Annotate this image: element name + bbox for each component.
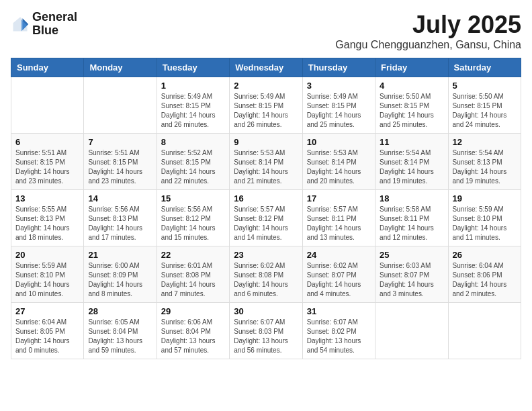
day-info: Sunrise: 5:51 AM Sunset: 8:15 PM Dayligh…: [88, 148, 152, 186]
day-number: 29: [161, 306, 225, 316]
day-info: Sunrise: 6:06 AM Sunset: 8:04 PM Dayligh…: [161, 318, 225, 355]
calendar-cell: 26Sunrise: 6:04 AM Sunset: 8:06 PM Dayli…: [448, 246, 521, 303]
day-info: Sunrise: 5:54 AM Sunset: 8:13 PM Dayligh…: [453, 148, 517, 186]
calendar-week-row: 20Sunrise: 5:59 AM Sunset: 8:10 PM Dayli…: [11, 246, 521, 303]
day-number: 22: [161, 250, 225, 260]
calendar-title: July 2025: [335, 11, 521, 39]
calendar-cell: 31Sunrise: 6:07 AM Sunset: 8:02 PM Dayli…: [302, 303, 375, 359]
day-info: Sunrise: 5:59 AM Sunset: 8:10 PM Dayligh…: [453, 205, 517, 242]
day-info: Sunrise: 6:00 AM Sunset: 8:09 PM Dayligh…: [88, 261, 152, 299]
calendar-cell: 25Sunrise: 6:03 AM Sunset: 8:07 PM Dayli…: [375, 246, 448, 303]
day-number: 14: [88, 193, 152, 203]
calendar-cell: [375, 303, 448, 359]
day-number: 30: [234, 306, 298, 316]
day-info: Sunrise: 6:04 AM Sunset: 8:06 PM Dayligh…: [453, 261, 517, 299]
day-info: Sunrise: 5:49 AM Sunset: 8:15 PM Dayligh…: [234, 92, 298, 130]
calendar-cell: [448, 303, 521, 359]
calendar-cell: [84, 77, 157, 134]
calendar-cell: [11, 77, 84, 134]
day-info: Sunrise: 5:59 AM Sunset: 8:10 PM Dayligh…: [15, 261, 79, 299]
calendar-cell: 16Sunrise: 5:57 AM Sunset: 8:12 PM Dayli…: [230, 190, 302, 246]
logo-icon: [11, 15, 30, 34]
day-number: 4: [380, 81, 443, 91]
day-number: 13: [15, 193, 79, 203]
calendar-week-row: 1Sunrise: 5:49 AM Sunset: 8:15 PM Daylig…: [11, 77, 521, 134]
title-block: July 2025 Gangu Chengguanzhen, Gansu, Ch…: [335, 11, 521, 51]
day-info: Sunrise: 6:07 AM Sunset: 8:03 PM Dayligh…: [234, 318, 298, 355]
calendar-cell: 24Sunrise: 6:02 AM Sunset: 8:07 PM Dayli…: [302, 246, 375, 303]
calendar-cell: 21Sunrise: 6:00 AM Sunset: 8:09 PM Dayli…: [84, 246, 157, 303]
weekday-header: Wednesday: [230, 58, 302, 77]
day-number: 24: [307, 250, 371, 260]
weekday-header: Saturday: [448, 58, 521, 77]
day-number: 16: [234, 193, 298, 203]
day-info: Sunrise: 5:57 AM Sunset: 8:12 PM Dayligh…: [234, 205, 298, 242]
day-info: Sunrise: 6:02 AM Sunset: 8:07 PM Dayligh…: [307, 261, 371, 299]
calendar-subtitle: Gangu Chengguanzhen, Gansu, China: [335, 39, 521, 51]
weekday-header-row: SundayMondayTuesdayWednesdayThursdayFrid…: [11, 58, 521, 77]
day-number: 12: [453, 137, 517, 147]
day-number: 17: [307, 193, 371, 203]
weekday-header: Thursday: [302, 58, 375, 77]
day-info: Sunrise: 5:50 AM Sunset: 8:15 PM Dayligh…: [380, 92, 443, 130]
day-info: Sunrise: 6:04 AM Sunset: 8:05 PM Dayligh…: [15, 318, 79, 355]
day-number: 31: [307, 306, 371, 316]
calendar-cell: 30Sunrise: 6:07 AM Sunset: 8:03 PM Dayli…: [230, 303, 302, 359]
calendar-cell: 13Sunrise: 5:55 AM Sunset: 8:13 PM Dayli…: [11, 190, 84, 246]
day-number: 25: [380, 250, 443, 260]
page-header: General Blue July 2025 Gangu Chengguanzh…: [11, 11, 521, 51]
day-number: 8: [161, 137, 225, 147]
day-info: Sunrise: 6:05 AM Sunset: 8:04 PM Dayligh…: [88, 318, 152, 355]
calendar-cell: 8Sunrise: 5:52 AM Sunset: 8:15 PM Daylig…: [157, 134, 229, 190]
day-info: Sunrise: 5:57 AM Sunset: 8:11 PM Dayligh…: [307, 205, 371, 242]
day-info: Sunrise: 5:53 AM Sunset: 8:14 PM Dayligh…: [307, 148, 371, 186]
day-info: Sunrise: 5:54 AM Sunset: 8:14 PM Dayligh…: [380, 148, 443, 186]
calendar-cell: 4Sunrise: 5:50 AM Sunset: 8:15 PM Daylig…: [375, 77, 448, 134]
weekday-header: Tuesday: [157, 58, 229, 77]
day-info: Sunrise: 5:49 AM Sunset: 8:15 PM Dayligh…: [161, 92, 225, 130]
day-number: 20: [15, 250, 79, 260]
calendar-week-row: 13Sunrise: 5:55 AM Sunset: 8:13 PM Dayli…: [11, 190, 521, 246]
calendar-week-row: 27Sunrise: 6:04 AM Sunset: 8:05 PM Dayli…: [11, 303, 521, 359]
day-number: 10: [307, 137, 371, 147]
day-number: 11: [380, 137, 443, 147]
day-info: Sunrise: 5:56 AM Sunset: 8:13 PM Dayligh…: [88, 205, 152, 242]
day-number: 7: [88, 137, 152, 147]
calendar-cell: 18Sunrise: 5:58 AM Sunset: 8:11 PM Dayli…: [375, 190, 448, 246]
calendar-cell: 5Sunrise: 5:50 AM Sunset: 8:15 PM Daylig…: [448, 77, 521, 134]
logo: General Blue: [11, 11, 77, 38]
day-number: 27: [15, 306, 79, 316]
weekday-header: Friday: [375, 58, 448, 77]
weekday-header: Monday: [84, 58, 157, 77]
calendar-cell: 6Sunrise: 5:51 AM Sunset: 8:15 PM Daylig…: [11, 134, 84, 190]
day-number: 21: [88, 250, 152, 260]
day-info: Sunrise: 5:49 AM Sunset: 8:15 PM Dayligh…: [307, 92, 371, 130]
day-info: Sunrise: 5:52 AM Sunset: 8:15 PM Dayligh…: [161, 148, 225, 186]
day-info: Sunrise: 5:55 AM Sunset: 8:13 PM Dayligh…: [15, 205, 79, 242]
calendar-cell: 15Sunrise: 5:56 AM Sunset: 8:12 PM Dayli…: [157, 190, 229, 246]
calendar-cell: 3Sunrise: 5:49 AM Sunset: 8:15 PM Daylig…: [302, 77, 375, 134]
calendar-cell: 22Sunrise: 6:01 AM Sunset: 8:08 PM Dayli…: [157, 246, 229, 303]
calendar-cell: 1Sunrise: 5:49 AM Sunset: 8:15 PM Daylig…: [157, 77, 229, 134]
day-number: 28: [88, 306, 152, 316]
day-number: 1: [161, 81, 225, 91]
weekday-header: Sunday: [11, 58, 84, 77]
day-number: 26: [453, 250, 517, 260]
day-number: 3: [307, 81, 371, 91]
calendar-week-row: 6Sunrise: 5:51 AM Sunset: 8:15 PM Daylig…: [11, 134, 521, 190]
calendar-cell: 19Sunrise: 5:59 AM Sunset: 8:10 PM Dayli…: [448, 190, 521, 246]
calendar-cell: 29Sunrise: 6:06 AM Sunset: 8:04 PM Dayli…: [157, 303, 229, 359]
day-number: 6: [15, 137, 79, 147]
day-number: 23: [234, 250, 298, 260]
day-number: 5: [453, 81, 517, 91]
calendar-cell: 23Sunrise: 6:02 AM Sunset: 8:08 PM Dayli…: [230, 246, 302, 303]
calendar-cell: 10Sunrise: 5:53 AM Sunset: 8:14 PM Dayli…: [302, 134, 375, 190]
day-number: 18: [380, 193, 443, 203]
day-number: 9: [234, 137, 298, 147]
calendar-cell: 9Sunrise: 5:53 AM Sunset: 8:14 PM Daylig…: [230, 134, 302, 190]
day-info: Sunrise: 5:50 AM Sunset: 8:15 PM Dayligh…: [453, 92, 517, 130]
day-info: Sunrise: 6:03 AM Sunset: 8:07 PM Dayligh…: [380, 261, 443, 299]
calendar-cell: 27Sunrise: 6:04 AM Sunset: 8:05 PM Dayli…: [11, 303, 84, 359]
calendar-cell: 2Sunrise: 5:49 AM Sunset: 8:15 PM Daylig…: [230, 77, 302, 134]
calendar-cell: 17Sunrise: 5:57 AM Sunset: 8:11 PM Dayli…: [302, 190, 375, 246]
